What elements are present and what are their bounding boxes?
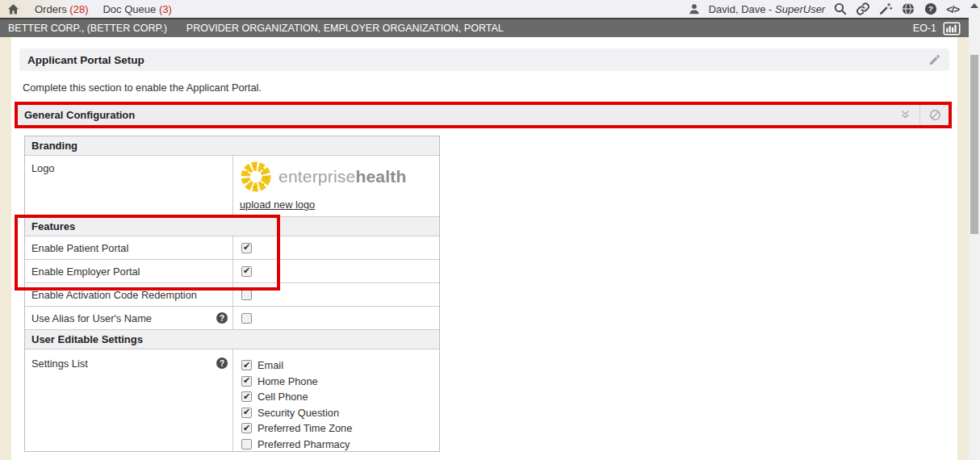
- user-role: SuperUser: [775, 3, 825, 15]
- preferred-time-zone-checkbox[interactable]: [241, 423, 252, 433]
- icon-divider: [919, 105, 920, 125]
- email-checkbox[interactable]: [241, 360, 252, 370]
- feature-label: Enable Employer Portal: [25, 260, 233, 282]
- feature-row-use-alias: Use Alias for User's Name ?: [25, 307, 439, 330]
- features-header: Features: [25, 217, 439, 236]
- enable-activation-code-checkbox[interactable]: [241, 290, 252, 300]
- logo-wordmark: enterprisehealth: [279, 167, 406, 186]
- org-name[interactable]: BETTER CORP., (BETTER CORP.): [8, 23, 167, 34]
- nav-orders-label: Orders: [35, 3, 67, 15]
- cell-phone-checkbox[interactable]: [241, 391, 252, 402]
- feature-label: Enable Patient Portal: [25, 236, 233, 259]
- current-user[interactable]: David, Dave - SuperUser: [709, 3, 826, 15]
- home-phone-checkbox[interactable]: [241, 376, 252, 387]
- content-panel: Applicant Portal Setup Complete this sec…: [11, 37, 957, 460]
- logo-label: Logo: [25, 156, 233, 216]
- enable-patient-portal-checkbox[interactable]: [241, 243, 252, 253]
- config-bar-icons: [899, 105, 942, 125]
- upload-new-logo-link[interactable]: upload new logo: [240, 199, 315, 211]
- logo-sunburst-icon: [240, 161, 272, 193]
- nav-orders-count: (28): [69, 3, 88, 15]
- code-icon[interactable]: </>: [946, 3, 959, 15]
- setting-email: Email: [241, 358, 439, 374]
- home-icon[interactable]: [6, 2, 20, 16]
- setting-label: Email: [258, 359, 283, 371]
- page-title: Applicant Portal Setup: [27, 54, 144, 66]
- setting-label: Preferred Time Zone: [258, 422, 352, 434]
- security-question-checkbox[interactable]: [241, 408, 252, 418]
- feature-row-patient-portal: Enable Patient Portal: [25, 236, 439, 260]
- context-bar-right: EO-1: [913, 22, 961, 36]
- use-alias-checkbox[interactable]: [241, 313, 252, 324]
- top-nav-bar: Orders (28) Doc Queue (3) David, Dave - …: [0, 0, 969, 19]
- scroll-up-button[interactable]: [970, 3, 978, 8]
- feature-label: Enable Activation Code Redemption: [25, 283, 233, 306]
- user-icon: [688, 2, 701, 15]
- enable-employer-portal-checkbox[interactable]: [241, 266, 252, 277]
- nav-doc-queue[interactable]: Doc Queue (3): [103, 3, 171, 15]
- setting-home-phone: Home Phone: [241, 374, 439, 390]
- feature-label: Use Alias for User's Name ?: [25, 307, 233, 329]
- settings-list-help-icon[interactable]: ?: [216, 358, 228, 369]
- portal-settings-table: Branding Logo enterprisehealth upload ne…: [24, 136, 440, 452]
- bar-chart-icon[interactable]: [943, 22, 961, 36]
- link-icon[interactable]: [856, 2, 870, 16]
- feature-row-activation-code: Enable Activation Code Redemption: [25, 283, 439, 307]
- svg-text:?: ?: [928, 4, 933, 13]
- setting-preferred-time-zone: Preferred Time Zone: [241, 420, 439, 437]
- page-background: Applicant Portal Setup Complete this sec…: [0, 37, 969, 460]
- eo-label: EO-1: [913, 23, 936, 34]
- settings-list-label: Settings List ?: [25, 349, 233, 451]
- setting-label: Preferred Pharmacy: [258, 438, 350, 450]
- user-name: David, Dave -: [709, 3, 775, 15]
- setting-label: Security Question: [258, 407, 339, 419]
- collapse-double-chevron-icon[interactable]: [899, 109, 911, 121]
- general-configuration-title: General Configuration: [24, 109, 135, 121]
- scrollbar-thumb[interactable]: [970, 55, 978, 234]
- logo-cell: enterprisehealth upload new logo: [233, 156, 439, 216]
- wand-icon[interactable]: [878, 2, 893, 16]
- setting-preferred-pharmacy: Preferred Pharmacy: [241, 437, 439, 453]
- general-configuration-section: General Configuration: [15, 102, 952, 128]
- settings-list-row: Settings List ? Email Home Phone Cell Ph…: [25, 349, 439, 451]
- setting-cell-phone: Cell Phone: [241, 389, 439, 405]
- feature-row-employer-portal: Enable Employer Portal: [25, 260, 439, 283]
- page-header: Applicant Portal Setup: [19, 48, 949, 71]
- topbar-right-cluster: David, Dave - SuperUser ? </>: [688, 2, 969, 16]
- logo-row: Logo enterprisehealth upload new logo: [25, 156, 439, 217]
- nav-doc-queue-label: Doc Queue: [103, 3, 156, 15]
- settings-list-options: Email Home Phone Cell Phone Security Que…: [233, 349, 439, 451]
- nav-doc-queue-count: (3): [159, 3, 172, 15]
- enterprise-health-logo: enterprisehealth: [240, 161, 439, 193]
- scrollbar[interactable]: [969, 0, 980, 460]
- edit-pencil-icon[interactable]: [928, 53, 941, 66]
- disable-circle-slash-icon[interactable]: [928, 108, 942, 122]
- context-bar: BETTER CORP., (BETTER CORP.) PROVIDER OR…: [0, 19, 969, 37]
- search-icon[interactable]: [833, 2, 848, 16]
- globe-icon[interactable]: [901, 2, 915, 16]
- setting-label: Cell Phone: [258, 391, 308, 403]
- branding-header: Branding: [25, 136, 439, 156]
- general-configuration-bar[interactable]: General Configuration: [18, 105, 949, 125]
- section-description: Complete this section to enable the Appl…: [23, 82, 262, 94]
- preferred-pharmacy-checkbox[interactable]: [241, 439, 252, 450]
- nav-orders[interactable]: Orders (28): [35, 3, 88, 15]
- user-editable-settings-header: User Editable Settings: [25, 330, 439, 349]
- setting-label: Home Phone: [258, 375, 318, 387]
- setting-security-question: Security Question: [241, 405, 439, 421]
- alias-help-icon[interactable]: ?: [216, 312, 228, 324]
- org-context: PROVIDER ORGANIZATION, EMPLOYER ORGANIZA…: [186, 23, 504, 34]
- help-icon[interactable]: ?: [923, 2, 938, 16]
